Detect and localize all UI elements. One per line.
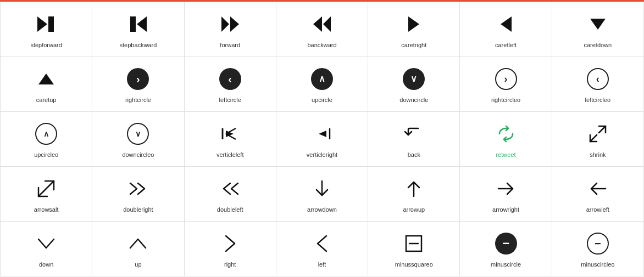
icon-cell-arrowleft[interactable]: arrowleft bbox=[552, 167, 644, 222]
icon-cell-verticleright[interactable]: verticleright bbox=[276, 112, 368, 167]
icon-label-downcircleo: downcircleo bbox=[122, 151, 154, 158]
icon-label-arrowleft: arrowleft bbox=[586, 206, 609, 213]
icon-label-shrink: shrink bbox=[590, 151, 606, 158]
icon-cell-rightcircle[interactable]: › rightcircle bbox=[92, 57, 184, 112]
icon-label-back: back bbox=[408, 151, 420, 158]
caretleft-icon bbox=[496, 11, 516, 37]
leftcircleo-icon: ‹ bbox=[587, 66, 609, 92]
icon-cell-left[interactable]: left bbox=[276, 222, 368, 276]
icon-cell-minuscircleo[interactable]: − minuscircleo bbox=[552, 222, 644, 276]
icon-grid: stepforward stepbackward forward banckwa… bbox=[0, 2, 644, 276]
svg-marker-9 bbox=[501, 16, 512, 32]
svg-marker-10 bbox=[590, 19, 606, 30]
icon-label-downcircle: downcircle bbox=[399, 97, 428, 103]
icon-cell-arrowsalt[interactable]: arrowsalt bbox=[1, 167, 92, 222]
icon-cell-right[interactable]: right bbox=[185, 222, 276, 276]
downcircle-icon: ∨ bbox=[403, 66, 425, 92]
icon-cell-retweet[interactable]: retweet bbox=[460, 112, 552, 167]
icon-cell-arrowright[interactable]: arrowright bbox=[460, 167, 552, 222]
icon-cell-rightcircleo[interactable]: › rightcircleo bbox=[460, 57, 552, 112]
icon-label-caretdown: caretdown bbox=[584, 42, 612, 48]
svg-marker-5 bbox=[230, 16, 239, 32]
icon-label-verticleright: verticleright bbox=[307, 151, 337, 158]
up-icon bbox=[128, 230, 148, 257]
right-icon bbox=[220, 230, 240, 257]
svg-marker-7 bbox=[313, 16, 322, 32]
icon-cell-shrink[interactable]: shrink bbox=[552, 112, 644, 167]
caretup-icon bbox=[36, 66, 56, 92]
rightcircleo-icon: › bbox=[495, 66, 517, 92]
icon-cell-forward[interactable]: forward bbox=[185, 2, 276, 57]
icon-cell-leftcircleo[interactable]: ‹ leftcircleo bbox=[552, 57, 644, 112]
icon-label-leftcircle: leftcircle bbox=[219, 97, 241, 103]
svg-line-23 bbox=[590, 135, 597, 142]
icon-cell-down[interactable]: down bbox=[1, 222, 92, 276]
icon-cell-caretright[interactable]: caretright bbox=[368, 2, 460, 57]
icon-label-arrowdown: arrowdown bbox=[307, 206, 337, 213]
icon-cell-leftcircle[interactable]: ‹ leftcircle bbox=[185, 57, 276, 112]
icon-cell-doubleleft[interactable]: doubleleft bbox=[185, 167, 276, 222]
icon-cell-back[interactable]: back bbox=[368, 112, 460, 167]
icon-cell-banckward[interactable]: banckward bbox=[276, 2, 368, 57]
upcircleo-icon: ∧ bbox=[35, 121, 57, 147]
stepbackward-icon bbox=[128, 11, 148, 37]
icon-cell-verticleleft[interactable]: verticleleft bbox=[185, 112, 276, 167]
icon-label-caretup: caretup bbox=[36, 97, 57, 103]
icon-cell-stepbackward[interactable]: stepbackward bbox=[92, 2, 184, 57]
icon-cell-downcircle[interactable]: ∨ downcircle bbox=[368, 57, 460, 112]
caretdown-icon bbox=[588, 11, 608, 37]
leftcircle-icon: ‹ bbox=[219, 66, 241, 92]
icon-label-doubleleft: doubleleft bbox=[217, 206, 243, 213]
svg-marker-2 bbox=[137, 16, 147, 32]
arrowsalt-icon bbox=[36, 176, 56, 202]
icon-label-caretright: caretright bbox=[401, 42, 426, 48]
icon-label-down: down bbox=[39, 261, 53, 268]
icon-label-leftcircleo: leftcircleo bbox=[585, 97, 610, 103]
minuscircleo-icon: − bbox=[587, 230, 609, 257]
doubleleft-icon bbox=[220, 176, 240, 202]
icon-cell-caretleft[interactable]: caretleft bbox=[460, 2, 552, 57]
icon-cell-arrowdown[interactable]: arrowdown bbox=[276, 167, 368, 222]
icon-label-caretleft: caretleft bbox=[495, 42, 517, 48]
icon-label-minuscircleo: minuscircleo bbox=[581, 261, 614, 268]
icon-cell-upcircleo[interactable]: ∧ upcircleo bbox=[1, 112, 92, 167]
icon-cell-caretup[interactable]: caretup bbox=[1, 57, 92, 112]
rightcircle-icon: › bbox=[127, 66, 149, 92]
icon-cell-caretdown[interactable]: caretdown bbox=[552, 2, 644, 57]
forward-icon bbox=[220, 11, 240, 37]
left-icon bbox=[312, 230, 332, 257]
icon-cell-doubleright[interactable]: doubleright bbox=[92, 167, 184, 222]
arrowright-icon bbox=[496, 176, 516, 202]
downcircleo-icon: ∨ bbox=[127, 121, 149, 147]
icon-cell-up[interactable]: up bbox=[92, 222, 184, 276]
icon-label-stepbackward: stepbackward bbox=[119, 42, 157, 48]
back-icon bbox=[404, 121, 424, 147]
retweet-icon bbox=[496, 121, 516, 147]
svg-line-20 bbox=[599, 126, 606, 133]
icon-cell-stepforward[interactable]: stepforward bbox=[1, 2, 92, 57]
icon-label-up: up bbox=[135, 261, 141, 268]
banckward-icon bbox=[312, 11, 332, 37]
svg-rect-1 bbox=[48, 16, 54, 32]
icon-label-rightcircle: rightcircle bbox=[125, 97, 151, 103]
svg-line-24 bbox=[38, 181, 54, 196]
svg-marker-11 bbox=[38, 74, 54, 84]
icon-label-left: left bbox=[318, 261, 326, 268]
arrowleft-icon bbox=[588, 176, 608, 202]
icon-label-upcircleo: upcircleo bbox=[34, 151, 58, 158]
down-icon bbox=[36, 230, 56, 257]
upcircle-icon: ∧ bbox=[311, 66, 333, 92]
icon-label-right: right bbox=[224, 261, 236, 268]
icon-cell-minuscircle[interactable]: − minuscircle bbox=[460, 222, 552, 276]
icon-label-verticleleft: verticleleft bbox=[216, 151, 244, 158]
minussquareo-icon bbox=[404, 230, 424, 257]
icon-cell-minussquareo[interactable]: minussquareo bbox=[368, 222, 460, 276]
svg-marker-8 bbox=[408, 16, 419, 32]
doubleright-icon bbox=[128, 176, 148, 202]
icon-label-forward: forward bbox=[220, 42, 240, 48]
icon-cell-downcircleo[interactable]: ∨ downcircleo bbox=[92, 112, 184, 167]
icon-cell-arrowup[interactable]: arrowup bbox=[368, 167, 460, 222]
svg-marker-17 bbox=[319, 131, 326, 137]
icon-cell-upcircle[interactable]: ∧ upcircle bbox=[276, 57, 368, 112]
stepforward-icon bbox=[36, 11, 56, 37]
